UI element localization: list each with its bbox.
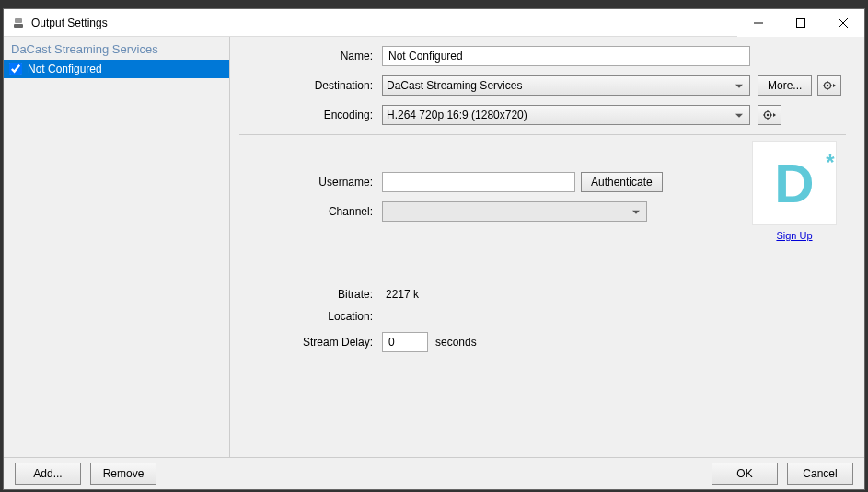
footer: Add... Remove OK Cancel [4,457,864,489]
svg-rect-0 [15,18,22,23]
remove-button[interactable]: Remove [90,463,156,485]
sidebar-header: DaCast Streaming Services [4,37,229,60]
name-input[interactable] [382,46,750,66]
encoding-select[interactable]: H.264 720p 16:9 (1280x720) [382,105,750,125]
app-icon [11,16,26,30]
svg-point-13 [767,114,769,116]
name-label: Name: [239,50,382,63]
sidebar-item-not-configured[interactable]: Not Configured [4,60,229,78]
svg-point-7 [827,85,828,86]
maximize-button[interactable] [780,9,822,37]
content-area: DaCast Streaming Services Not Configured… [4,37,864,457]
destination-select[interactable]: DaCast Streaming Services [382,75,750,96]
dacast-logo: D* [752,141,837,225]
main-panel: Name: Destination: DaCast Streaming Serv… [230,37,864,457]
authenticate-button[interactable]: Authenticate [581,172,663,192]
channel-select [382,201,647,222]
cancel-button[interactable]: Cancel [787,463,853,485]
encoding-settings-button[interactable] [758,105,781,125]
destination-settings-button[interactable] [817,75,841,96]
output-settings-window: Output Settings DaCast Streaming Service… [3,8,865,490]
location-label: Location: [239,310,382,323]
ok-button[interactable]: OK [712,463,778,485]
stream-delay-unit: seconds [435,336,477,349]
bitrate-value: 2217 k [382,288,419,301]
divider [239,134,846,135]
svg-rect-1 [14,24,23,28]
svg-rect-3 [797,18,805,27]
sidebar-item-label: Not Configured [28,63,102,75]
destination-label: Destination: [239,79,382,92]
sidebar: DaCast Streaming Services Not Configured [4,37,230,457]
bitrate-label: Bitrate: [239,288,382,301]
stream-delay-label: Stream Delay: [239,336,382,349]
more-button[interactable]: More... [758,75,812,96]
stream-delay-input[interactable] [382,332,428,352]
username-input[interactable] [382,172,575,192]
titlebar: Output Settings [4,9,864,37]
gear-icon [763,109,776,120]
signup-link[interactable]: Sign Up [776,230,812,241]
sidebar-item-checkbox[interactable] [9,63,22,75]
logo-star-icon: * [826,150,834,176]
window-title: Output Settings [31,17,737,29]
gear-icon [823,80,836,91]
add-button[interactable]: Add... [15,463,81,485]
username-label: Username: [239,176,382,189]
close-button[interactable] [822,9,864,37]
minimize-button[interactable] [737,9,780,37]
channel-label: Channel: [239,205,382,218]
encoding-label: Encoding: [239,109,382,121]
logo-letter: D* [774,152,814,215]
